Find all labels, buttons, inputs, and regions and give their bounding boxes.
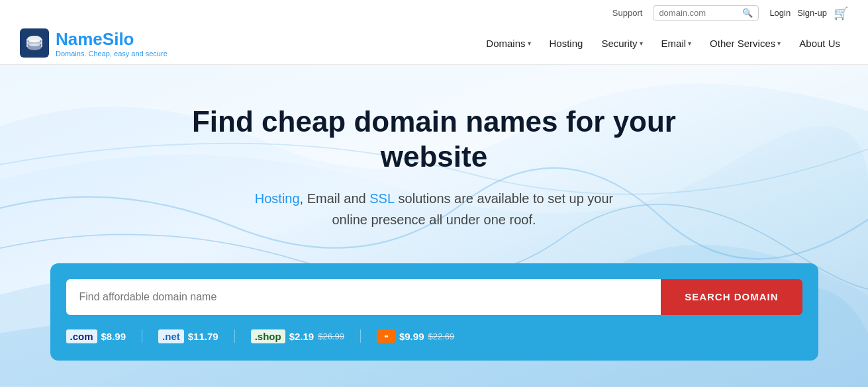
tld-divider (234, 329, 235, 343)
signup-link[interactable]: Sign-up (797, 8, 827, 18)
domain-search-input[interactable] (66, 279, 661, 315)
tld-shop-original-price: $26.99 (318, 331, 344, 341)
nav-hosting-label: Hosting (550, 38, 583, 49)
tld-divider (142, 329, 142, 343)
tld-co-badge: •• (377, 329, 395, 343)
hosting-link[interactable]: Hosting (255, 191, 300, 206)
login-link[interactable]: Login (769, 8, 791, 18)
tld-com-name: .com (66, 329, 97, 343)
nav-hosting[interactable]: Hosting (542, 34, 591, 53)
chevron-down-icon: ▾ (777, 40, 781, 47)
logo-svg (25, 34, 44, 52)
main-nav: Domains ▾ Hosting Security ▾ Email ▾ Oth… (478, 34, 848, 53)
logo-name-part1: Name (56, 29, 103, 49)
hero-subtitle-part1: , Email and (300, 191, 370, 206)
tld-co-original-price: $22.69 (428, 331, 454, 341)
search-row: SEARCH DOMAIN (66, 279, 802, 315)
search-section: SEARCH DOMAIN .com $8.99 .net $11.79 .sh… (37, 263, 832, 387)
tld-com-price: $8.99 (101, 331, 126, 342)
auth-links: Login Sign-up 🛒 (769, 6, 848, 21)
tld-co-dots: •• (384, 333, 387, 340)
cart-icon[interactable]: 🛒 (834, 6, 848, 21)
hero-section: Find cheap domain names for your website… (0, 65, 868, 387)
header-main: NameSilo Domains. Cheap, easy and secure… (0, 24, 868, 64)
logo-text: NameSilo Domains. Cheap, easy and secure (56, 29, 168, 58)
search-icon: 🔍 (742, 8, 753, 18)
hero-subtitle-part2: solutions are available to set up your (395, 191, 613, 206)
header: Support 🔍 Login Sign-up 🛒 (0, 0, 868, 65)
logo-name-part2: Silo (103, 29, 134, 49)
tld-net-name: .net (158, 329, 184, 343)
tld-row: .com $8.99 .net $11.79 .shop $2.19 $26.9… (66, 326, 802, 347)
ssl-link[interactable]: SSL (369, 191, 395, 206)
hero-title: Find cheap domain names for your website (136, 105, 732, 175)
tld-shop-name: .shop (251, 329, 285, 343)
nav-about-us-label: About Us (799, 38, 840, 49)
tld-shop-price: $2.19 (289, 331, 314, 342)
tld-item-shop: .shop $2.19 $26.99 (251, 329, 344, 343)
nav-other-services[interactable]: Other Services ▾ (702, 34, 789, 53)
chevron-down-icon: ▾ (688, 40, 691, 47)
nav-email[interactable]: Email ▾ (653, 34, 700, 53)
hero-subtitle: Hosting, Email and SSL solutions are ava… (203, 188, 666, 230)
logo-icon (20, 28, 49, 58)
chevron-down-icon: ▾ (640, 40, 643, 47)
tld-item-com: .com $8.99 (66, 329, 126, 343)
nav-email-label: Email (661, 38, 687, 49)
search-domain-button[interactable]: SEARCH DOMAIN (661, 279, 802, 315)
tld-co-price: $9.99 (399, 331, 424, 342)
header-search-input[interactable] (659, 8, 738, 18)
hero-content: Find cheap domain names for your website… (123, 65, 746, 250)
tld-net-price: $11.79 (188, 331, 218, 342)
chevron-down-icon: ▾ (528, 40, 531, 47)
header-top: Support 🔍 Login Sign-up 🛒 (0, 0, 868, 24)
nav-about-us[interactable]: About Us (791, 34, 848, 53)
svg-point-2 (27, 44, 42, 50)
header-search-bar: 🔍 (653, 5, 759, 21)
support-link[interactable]: Support (612, 8, 643, 18)
nav-security-label: Security (601, 38, 637, 49)
logo-name: NameSilo (56, 29, 168, 50)
nav-security[interactable]: Security ▾ (593, 34, 650, 53)
tld-divider (360, 329, 361, 343)
nav-other-services-label: Other Services (710, 38, 775, 49)
tld-item-co: •• $9.99 $22.69 (377, 329, 454, 343)
logo-area: NameSilo Domains. Cheap, easy and secure (20, 28, 168, 58)
tld-item-net: .net $11.79 (158, 329, 218, 343)
hero-subtitle-line2: online presence all under one roof. (332, 212, 536, 227)
search-box-wrapper: SEARCH DOMAIN .com $8.99 .net $11.79 .sh… (50, 263, 818, 361)
nav-domains-label: Domains (486, 38, 525, 49)
nav-domains[interactable]: Domains ▾ (478, 34, 538, 53)
logo-tagline: Domains. Cheap, easy and secure (56, 50, 168, 58)
